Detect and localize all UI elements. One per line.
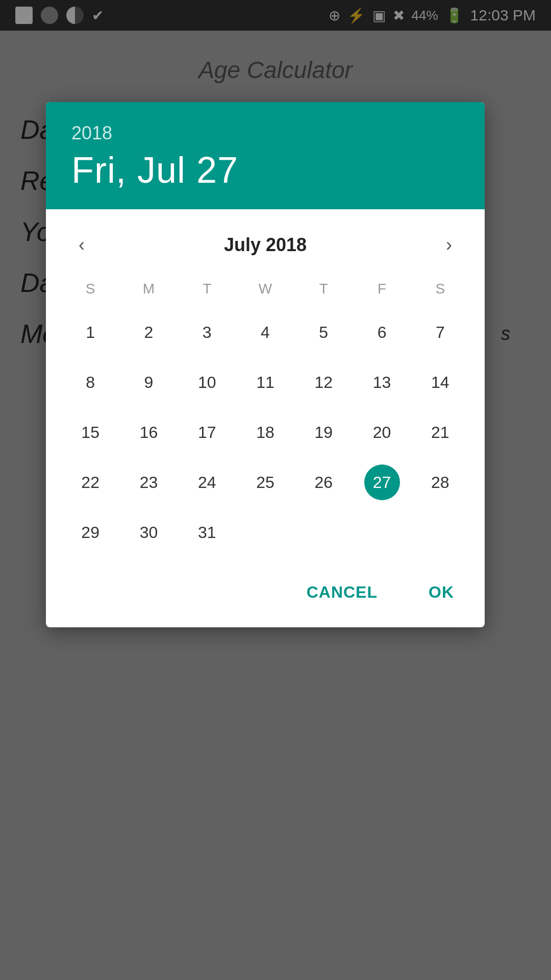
day-headers-row: S M T W T F S (61, 276, 469, 307)
calendar-grid: S M T W T F S 12345678910111213141516171… (61, 276, 469, 557)
table-row[interactable]: 30 (119, 507, 178, 557)
table-row[interactable]: 4 (236, 307, 294, 357)
day-header-mon: M (119, 276, 178, 307)
table-row[interactable]: 10 (178, 357, 236, 407)
calendar-week-3: 22232425262728 (61, 457, 469, 507)
table-row[interactable]: 24 (178, 457, 236, 507)
table-row (294, 507, 353, 557)
calendar-week-2: 15161718192021 (61, 407, 469, 457)
table-row (411, 507, 469, 557)
next-month-button[interactable]: › (434, 230, 464, 260)
dialog-year: 2018 (71, 122, 459, 144)
table-row[interactable]: 26 (294, 457, 353, 507)
table-row[interactable]: 15 (61, 407, 119, 457)
calendar-week-4: 293031 (61, 507, 469, 557)
day-header-sat: S (411, 276, 469, 307)
table-row[interactable]: 21 (411, 407, 469, 457)
cancel-button[interactable]: CANCEL (291, 573, 393, 612)
table-row[interactable]: 13 (353, 357, 411, 407)
table-row[interactable]: 29 (61, 507, 119, 557)
table-row[interactable]: 27 (353, 457, 411, 507)
table-row (353, 507, 411, 557)
table-row[interactable]: 16 (119, 407, 178, 457)
day-header-fri: F (353, 276, 411, 307)
table-row[interactable]: 3 (178, 307, 236, 357)
table-row[interactable]: 28 (411, 457, 469, 507)
dialog-selected-date: Fri, Jul 27 (71, 149, 459, 191)
dialog-footer: CANCEL OK (46, 562, 485, 627)
table-row[interactable]: 31 (178, 507, 236, 557)
calendar-week-0: 1234567 (61, 307, 469, 357)
table-row[interactable]: 7 (411, 307, 469, 357)
table-row (236, 507, 294, 557)
table-row[interactable]: 9 (119, 357, 178, 407)
table-row[interactable]: 5 (294, 307, 353, 357)
table-row[interactable]: 19 (294, 407, 353, 457)
table-row[interactable]: 11 (236, 357, 294, 407)
dialog-body: ‹ July 2018 › S M T W T F S 123456789101… (46, 209, 485, 562)
table-row[interactable]: 2 (119, 307, 178, 357)
day-header-sun: S (61, 276, 119, 307)
dialog-header: 2018 Fri, Jul 27 (46, 102, 485, 209)
day-header-thu: T (294, 276, 353, 307)
table-row[interactable]: 6 (353, 307, 411, 357)
table-row[interactable]: 25 (236, 457, 294, 507)
table-row[interactable]: 14 (411, 357, 469, 407)
table-row[interactable]: 20 (353, 407, 411, 457)
day-header-wed: W (236, 276, 294, 307)
day-header-tue: T (178, 276, 236, 307)
prev-month-button[interactable]: ‹ (66, 230, 97, 260)
calendar-week-1: 891011121314 (61, 357, 469, 407)
table-row[interactable]: 8 (61, 357, 119, 407)
date-picker-dialog: 2018 Fri, Jul 27 ‹ July 2018 › S M T W T… (46, 102, 485, 627)
table-row[interactable]: 12 (294, 357, 353, 407)
month-navigation: ‹ July 2018 › (61, 219, 469, 276)
month-title: July 2018 (224, 234, 307, 256)
table-row[interactable]: 17 (178, 407, 236, 457)
table-row[interactable]: 18 (236, 407, 294, 457)
ok-button[interactable]: OK (413, 573, 469, 612)
table-row[interactable]: 1 (61, 307, 119, 357)
table-row[interactable]: 22 (61, 457, 119, 507)
table-row[interactable]: 23 (119, 457, 178, 507)
